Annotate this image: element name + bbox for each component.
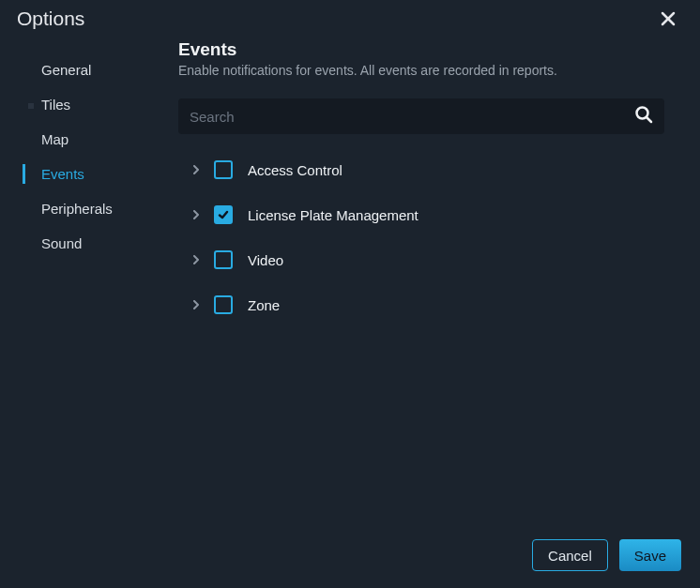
search-wrap: [178, 98, 664, 134]
tree-row: Access Control: [178, 147, 670, 192]
close-icon: [661, 11, 676, 26]
sidebar: General Tiles Map Events Peripherals Sou…: [0, 39, 178, 327]
tree-row: Zone: [178, 282, 670, 327]
sidebar-item-sound[interactable]: Sound: [23, 226, 178, 261]
chevron-right-icon[interactable]: [188, 206, 205, 223]
save-button[interactable]: Save: [619, 539, 681, 571]
tree-label: License Plate Management: [248, 207, 418, 223]
tree-row: Video: [178, 237, 670, 282]
dialog-header: Options: [0, 0, 700, 39]
content-description: Enable notifications for events. All eve…: [178, 63, 670, 78]
dialog-title: Options: [17, 8, 84, 30]
tree-label: Video: [248, 252, 283, 268]
close-button[interactable]: [657, 8, 679, 30]
sidebar-item-label: Peripherals: [41, 201, 113, 217]
cancel-button[interactable]: Cancel: [532, 539, 608, 571]
tree-row: License Plate Management: [178, 192, 670, 237]
sidebar-item-tiles[interactable]: Tiles: [23, 87, 178, 122]
checkbox-license-plate[interactable]: [214, 205, 233, 224]
chevron-right-icon[interactable]: [188, 296, 205, 313]
content-heading: Events: [178, 39, 670, 60]
tree-label: Access Control: [248, 162, 342, 178]
tree-label: Zone: [248, 297, 280, 313]
sidebar-item-label: Map: [41, 131, 68, 147]
sidebar-item-map[interactable]: Map: [23, 122, 178, 157]
checkbox-zone[interactable]: [214, 295, 233, 314]
sidebar-item-label: Events: [41, 166, 84, 182]
event-tree: Access Control License Plate Management: [178, 147, 670, 327]
checkbox-video[interactable]: [214, 250, 233, 269]
sidebar-item-general[interactable]: General: [23, 53, 178, 87]
sidebar-item-label: General: [41, 62, 91, 78]
sidebar-item-label: Tiles: [41, 97, 70, 113]
dialog-body: General Tiles Map Events Peripherals Sou…: [0, 39, 700, 327]
dialog-footer: Cancel Save: [532, 539, 681, 571]
search-input[interactable]: [178, 98, 664, 134]
sidebar-item-peripherals[interactable]: Peripherals: [23, 191, 178, 226]
sidebar-item-events[interactable]: Events: [23, 157, 178, 191]
chevron-right-icon[interactable]: [188, 251, 205, 268]
checkbox-access-control[interactable]: [214, 160, 233, 179]
chevron-right-icon[interactable]: [188, 161, 205, 178]
content-area: Events Enable notifications for events. …: [178, 39, 700, 327]
sidebar-item-label: Sound: [41, 235, 82, 251]
